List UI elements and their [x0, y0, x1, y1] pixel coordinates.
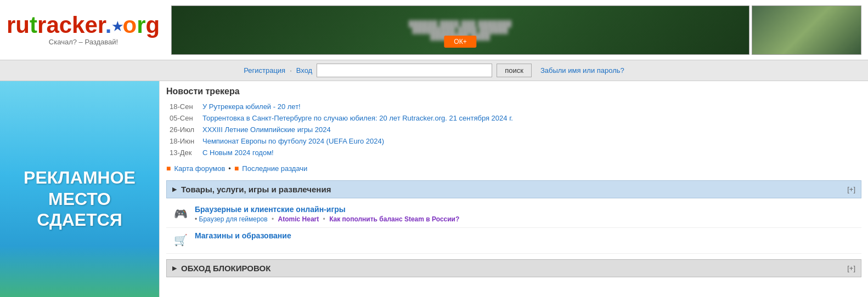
- nav-separator: ·: [290, 66, 292, 75]
- main-container: РЕКЛАМНОЕМЕСТОСДАЕТСЯ Новости трекера 18…: [0, 81, 868, 297]
- subtopic-sep: •: [272, 215, 274, 223]
- shops-content: Магазины и образование: [195, 231, 856, 240]
- navbar-center: Регистрация · Вход поиск Забыли имя или …: [244, 64, 624, 77]
- latest-sections-icon: ■: [234, 164, 239, 173]
- news-link[interactable]: XXXIII Летние Олимпийские игры 2024: [202, 125, 331, 134]
- news-date: 05-Сен: [166, 112, 199, 124]
- category-header-goods[interactable]: ▶ Товары, услуги, игры и развлечения [+]: [166, 180, 861, 198]
- search-button[interactable]: поиск: [497, 64, 532, 77]
- news-link[interactable]: Торрентовка в Санкт-Петербурге по случаю…: [202, 114, 513, 122]
- login-link[interactable]: Вход: [296, 66, 312, 75]
- header-ad-banner: ██████ ████ ███ ███████ █████████ ████ █…: [171, 5, 749, 55]
- news-link[interactable]: С Новым 2024 годом!: [202, 148, 274, 157]
- ad-banner-button[interactable]: ОК+: [444, 36, 476, 48]
- news-text: С Новым 2024 годом!: [199, 147, 861, 158]
- category-expand-bypass[interactable]: [+]: [847, 264, 855, 272]
- news-item: 13-Дек С Новым 2024 годом!: [166, 147, 861, 158]
- category-triangle-bypass-icon: ▶: [172, 265, 177, 272]
- subtopic-atomic-heart-link[interactable]: Atomic Heart: [278, 215, 319, 223]
- subtopic-browser-link[interactable]: Браузер для геймеров: [199, 215, 268, 223]
- subcategory-row-browser-games: 🎮 Браузерные и клиентские онлайн-игры • …: [166, 202, 861, 228]
- forum-map-link[interactable]: Карта форумов: [174, 164, 225, 173]
- category-title-bypass: ОБХОД БЛОКИРОВОК: [181, 264, 270, 273]
- section-gap: [166, 254, 861, 259]
- forum-map-icon: ■: [166, 164, 171, 173]
- subtopic-bullet: •: [195, 215, 197, 223]
- forum-links-bullet: •: [228, 164, 231, 173]
- news-table: 18-Сен У Рутрекера юбилей - 20 лет! 05-С…: [166, 101, 861, 158]
- news-text: XXXIII Летние Олимпийские игры 2024: [199, 124, 861, 135]
- search-input[interactable]: [317, 64, 492, 77]
- news-item: 26-Июл XXXIII Летние Олимпийские игры 20…: [166, 124, 861, 135]
- category-header-bypass[interactable]: ▶ ОБХОД БЛОКИРОВОК [+]: [166, 259, 861, 277]
- shops-icon: 🛒: [172, 231, 189, 249]
- forum-links-bar: ■ Карта форумов • ■ Последние раздачи: [166, 164, 861, 173]
- news-link[interactable]: У Рутрекера юбилей - 20 лет!: [202, 102, 301, 111]
- forgot-password-link[interactable]: Забыли имя или пароль?: [540, 66, 624, 75]
- browser-games-subtopics: • Браузер для геймеров • Atomic Heart • …: [195, 215, 856, 223]
- latest-sections-link[interactable]: Последние раздачи: [242, 164, 307, 173]
- browser-games-content: Браузерные и клиентские онлайн-игры • Бр…: [195, 205, 856, 223]
- category-title-goods: Товары, услуги, игры и развлечения: [181, 185, 331, 194]
- news-date: 13-Дек: [166, 147, 199, 158]
- subcategory-row-shops: 🛒 Магазины и образование: [166, 228, 861, 254]
- news-section-title: Новости трекера: [166, 87, 861, 96]
- navbar: Регистрация · Вход поиск Забыли имя или …: [0, 60, 868, 81]
- category-expand-goods[interactable]: [+]: [847, 185, 855, 193]
- news-item: 05-Сен Торрентовка в Санкт-Петербурге по…: [166, 112, 861, 124]
- category-header-left-goods: ▶ Товары, услуги, игры и развлечения: [172, 185, 331, 194]
- news-date: 18-Сен: [166, 101, 199, 112]
- news-link[interactable]: Чемпионат Европы по футболу 2024 (UEFA E…: [202, 137, 384, 145]
- logo[interactable]: rutracker.★org: [7, 14, 160, 37]
- page-header: rutracker.★org Скачал? – Раздавай! █████…: [0, 0, 868, 60]
- news-text: Торрентовка в Санкт-Петербурге по случаю…: [199, 112, 861, 124]
- subtopic-sep2: •: [323, 215, 325, 223]
- browser-games-icon: 🎮: [172, 205, 189, 222]
- ad-right-image: [752, 6, 861, 54]
- logo-area: rutracker.★org Скачал? – Раздавай!: [7, 14, 160, 46]
- news-item: 18-Сен У Рутрекера юбилей - 20 лет!: [166, 101, 861, 112]
- browser-games-link[interactable]: Браузерные и клиентские онлайн-игры: [195, 205, 346, 214]
- logo-subtitle: Скачал? – Раздавай!: [7, 38, 160, 46]
- news-date: 26-Июл: [166, 124, 199, 135]
- register-link[interactable]: Регистрация: [244, 66, 285, 75]
- category-header-left-bypass: ▶ ОБХОД БЛОКИРОВОК: [172, 264, 270, 273]
- category-triangle-icon: ▶: [172, 186, 177, 193]
- shops-link[interactable]: Магазины и образование: [195, 231, 291, 240]
- header-ad-right: [752, 5, 861, 55]
- subtopic-steam-link[interactable]: Как пополнить баланс Steam в России?: [329, 215, 459, 223]
- news-item: 18-Июн Чемпионат Европы по футболу 2024 …: [166, 135, 861, 147]
- sidebar-ad-text: РЕКЛАМНОЕМЕСТОСДАЕТСЯ: [13, 156, 146, 241]
- content-area: Новости трекера 18-Сен У Рутрекера юбиле…: [159, 81, 868, 297]
- sidebar: РЕКЛАМНОЕМЕСТОСДАЕТСЯ: [0, 81, 159, 297]
- news-text: Чемпионат Европы по футболу 2024 (UEFA E…: [199, 135, 861, 147]
- news-date: 18-Июн: [166, 135, 199, 147]
- news-text: У Рутрекера юбилей - 20 лет!: [199, 101, 861, 112]
